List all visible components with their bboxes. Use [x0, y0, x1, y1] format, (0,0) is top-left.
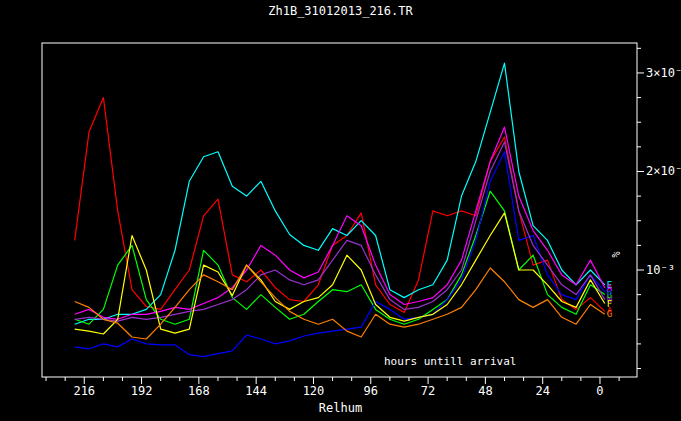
plot-window: { "title": "Zh1B_31012013_216.TR", "colo…	[0, 0, 681, 421]
x-tick-label: 216	[73, 384, 95, 398]
annotation-hours-untill-arrival: hours untill arrival	[384, 355, 516, 368]
y-tick-label: 10⁻³	[646, 263, 675, 277]
x-tick-label: 48	[478, 384, 492, 398]
chart-canvas: 21619216814412096724824010⁻³2×10⁻³3×10⁻³…	[0, 0, 681, 421]
x-tick-label: 192	[131, 384, 153, 398]
y-tick-label: 3×10⁻³	[646, 66, 681, 80]
series-red-line	[75, 98, 605, 313]
series-cyan-line	[75, 63, 605, 324]
x-axis-title: Relhum	[0, 401, 681, 415]
y-tick-label: 2×10⁻³	[646, 164, 681, 178]
series-yellow-end-label: F	[607, 299, 612, 309]
x-tick-label: 0	[596, 384, 603, 398]
plot-border	[42, 43, 637, 377]
x-tick-label: 96	[364, 384, 378, 398]
series-magenta-end-label: A	[607, 283, 613, 293]
x-tick-label: 144	[245, 384, 267, 398]
x-tick-label: 120	[303, 384, 325, 398]
x-tick-label: 24	[535, 384, 549, 398]
y-axis-title: %	[610, 251, 621, 257]
x-tick-label: 72	[421, 384, 435, 398]
series-orange-end-label: G	[607, 309, 612, 319]
x-tick-label: 168	[188, 384, 210, 398]
